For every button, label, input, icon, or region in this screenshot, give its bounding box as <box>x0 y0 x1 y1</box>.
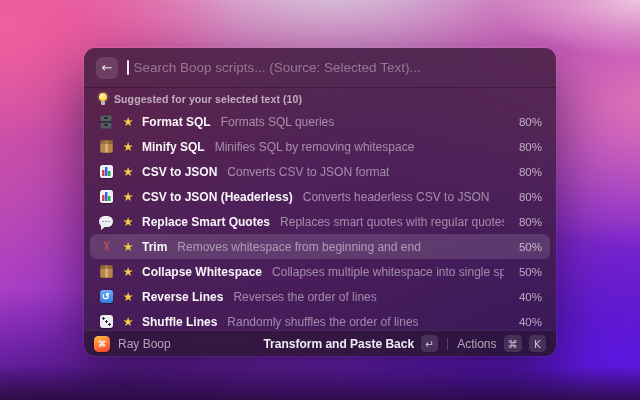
footer-bar: Ray Boop Transform and Paste Back ↵ Acti… <box>84 330 556 356</box>
match-percentage: 80% <box>519 141 542 153</box>
match-percentage: 40% <box>519 291 542 303</box>
script-description: Removes whitespace from beginning and en… <box>177 240 504 254</box>
script-title: Format SQL <box>142 115 211 129</box>
search-bar: ← <box>84 48 556 88</box>
list-item[interactable]: ★ CSV to JSON Converts CSV to JSON forma… <box>90 159 550 184</box>
k-key-icon: K <box>529 335 546 352</box>
favorite-star-icon: ★ <box>121 314 135 329</box>
speech-balloon-icon <box>99 216 113 227</box>
bar-chart-icon <box>100 190 113 203</box>
text-cursor <box>127 60 129 75</box>
script-description: Converts CSV to JSON format <box>227 165 504 179</box>
list-item[interactable]: ★ Replace Smart Quotes Replaces smart qu… <box>90 209 550 234</box>
actions-menu-button[interactable]: Actions <box>457 337 496 351</box>
back-button[interactable]: ← <box>96 57 118 79</box>
script-title: Trim <box>142 240 167 254</box>
favorite-star-icon: ★ <box>121 239 135 254</box>
ray-boop-launcher-window: ← Suggested for your selected text (10) … <box>84 48 556 356</box>
search-input[interactable] <box>134 60 545 75</box>
section-label: Suggested for your selected text (10) <box>114 93 302 105</box>
package-icon <box>100 265 113 278</box>
list-item[interactable]: ★ Reverse Lines Reverses the order of li… <box>90 284 550 309</box>
list-item[interactable]: ★ Trim Removes whitespace from beginning… <box>90 234 550 259</box>
favorite-star-icon: ★ <box>121 164 135 179</box>
favorite-star-icon: ★ <box>121 114 135 129</box>
script-title: CSV to JSON <box>142 165 217 179</box>
script-description: Randomly shuffles the order of lines <box>227 315 504 329</box>
list-item[interactable]: ★ CSV to JSON (Headerless) Converts head… <box>90 184 550 209</box>
script-description: Minifies SQL by removing whitespace <box>215 140 504 154</box>
list-item[interactable]: ★ Minify SQL Minifies SQL by removing wh… <box>90 134 550 159</box>
bar-chart-icon <box>100 165 113 178</box>
favorite-star-icon: ★ <box>121 214 135 229</box>
counterclockwise-arrows-icon <box>100 290 113 303</box>
match-percentage: 80% <box>519 116 542 128</box>
light-bulb-icon <box>98 93 107 106</box>
script-title: Minify SQL <box>142 140 205 154</box>
script-list: ★ Format SQL Formats SQL queries 80% ★ M… <box>84 108 556 330</box>
section-header: Suggested for your selected text (10) <box>84 88 556 108</box>
file-cabinet-icon <box>100 115 112 129</box>
script-description: Reverses the order of lines <box>233 290 504 304</box>
favorite-star-icon: ★ <box>121 264 135 279</box>
script-description: Replaces smart quotes with regular quote… <box>280 215 504 229</box>
footer-actions: Transform and Paste Back ↵ Actions ⌘ K <box>263 335 546 352</box>
boop-app-icon <box>94 336 110 352</box>
script-description: Collapses multiple whitespace into singl… <box>272 265 504 279</box>
list-item[interactable]: ★ Shuffle Lines Randomly shuffles the or… <box>90 309 550 330</box>
favorite-star-icon: ★ <box>121 189 135 204</box>
footer-divider <box>447 338 448 350</box>
favorite-star-icon: ★ <box>121 289 135 304</box>
command-key-icon: ⌘ <box>504 335 523 352</box>
list-item[interactable]: ★ Format SQL Formats SQL queries 80% <box>90 109 550 134</box>
favorite-star-icon: ★ <box>121 139 135 154</box>
script-title: Replace Smart Quotes <box>142 215 270 229</box>
primary-action-button[interactable]: Transform and Paste Back <box>263 337 414 351</box>
script-title: Shuffle Lines <box>142 315 217 329</box>
match-percentage: 50% <box>519 266 542 278</box>
match-percentage: 80% <box>519 191 542 203</box>
app-name-label: Ray Boop <box>118 337 171 351</box>
list-item[interactable]: ★ Collapse Whitespace Collapses multiple… <box>90 259 550 284</box>
match-percentage: 80% <box>519 166 542 178</box>
package-icon <box>100 140 113 153</box>
script-title: Collapse Whitespace <box>142 265 262 279</box>
match-percentage: 40% <box>519 316 542 328</box>
game-die-icon <box>100 315 113 328</box>
script-title: CSV to JSON (Headerless) <box>142 190 293 204</box>
script-title: Reverse Lines <box>142 290 223 304</box>
scissors-icon <box>99 239 114 254</box>
script-description: Converts headerless CSV to JSON <box>303 190 504 204</box>
match-percentage: 80% <box>519 216 542 228</box>
return-key-icon: ↵ <box>421 335 438 352</box>
match-percentage: 50% <box>519 241 542 253</box>
script-description: Formats SQL queries <box>221 115 504 129</box>
